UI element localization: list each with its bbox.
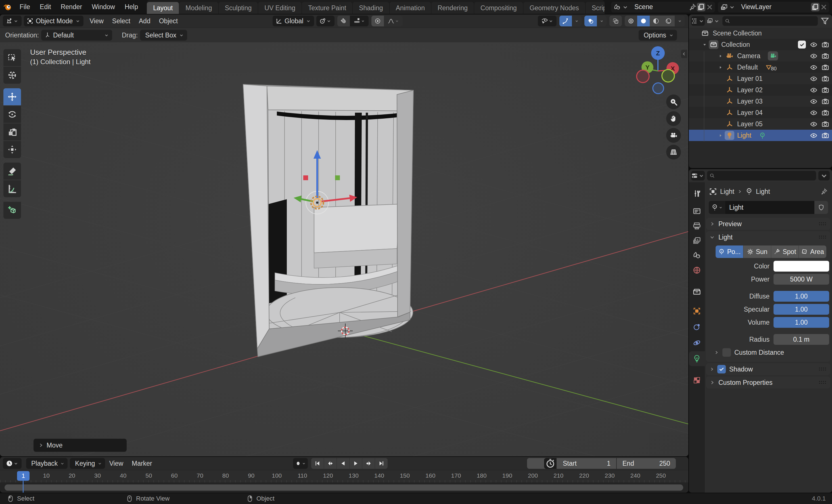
frame-start-field[interactable]: Start 1: [557, 458, 616, 469]
hide-viewport-eye-icon[interactable]: [810, 75, 817, 83]
hide-viewport-eye-icon[interactable]: [810, 41, 817, 49]
color-swatch[interactable]: [774, 261, 829, 272]
shadow-checkbox[interactable]: [717, 365, 726, 373]
diffuse-field[interactable]: 1.00: [774, 291, 829, 302]
proportional-falloff-dropdown[interactable]: [384, 16, 402, 26]
light-type-sun-button[interactable]: Sun: [744, 246, 771, 258]
outliner-row-layer-04[interactable]: Layer 04: [689, 107, 832, 118]
datablock-type-dropdown[interactable]: [709, 201, 725, 214]
tool-measure-button[interactable]: [3, 180, 21, 197]
shading-material-button[interactable]: [650, 16, 662, 26]
tool-scale-button[interactable]: [3, 123, 21, 140]
viewport-menu-object[interactable]: Object: [155, 17, 182, 25]
disable-render-camera-icon[interactable]: [822, 132, 829, 139]
disable-render-camera-icon[interactable]: [822, 75, 829, 83]
properties-search-input[interactable]: [707, 171, 816, 180]
outliner-item-label[interactable]: Layer 03: [737, 97, 763, 105]
tool-rotate-button[interactable]: [3, 106, 21, 123]
workspace-tab-geometry-nodes[interactable]: Geometry Nodes: [523, 2, 586, 14]
workspace-tab-sculpting[interactable]: Sculpting: [219, 2, 258, 14]
outliner-display-mode-icon[interactable]: [706, 16, 720, 26]
outliner-item-label[interactable]: Layer 01: [737, 75, 763, 83]
panel-drag-dots-icon[interactable]: [818, 366, 827, 372]
panel-light-header[interactable]: Light: [706, 231, 830, 243]
panel-shadow[interactable]: Shadow: [706, 363, 830, 375]
properties-tab-output[interactable]: [689, 219, 705, 233]
disclosure-right-icon[interactable]: [716, 65, 725, 69]
next-keyframe-button[interactable]: [362, 458, 375, 469]
scene-icon[interactable]: [611, 3, 631, 11]
outliner-item-label[interactable]: Collection: [721, 41, 750, 49]
disclosure-down-icon[interactable]: [700, 43, 709, 47]
disclosure-right-icon[interactable]: [716, 54, 725, 58]
specular-field[interactable]: 1.00: [774, 304, 829, 315]
workspace-tab-scripting[interactable]: Scripting: [586, 2, 605, 14]
sidebar-collapse-icon[interactable]: [681, 50, 687, 58]
outliner-row-layer-02[interactable]: Layer 02: [689, 84, 832, 95]
fake-user-shield-icon[interactable]: [814, 201, 828, 214]
topbar-menu-file[interactable]: File: [15, 0, 35, 14]
outliner-item-label[interactable]: Light: [737, 132, 751, 139]
operator-panel-move[interactable]: Move: [33, 439, 127, 452]
light-type-po-button[interactable]: Po...: [716, 246, 744, 258]
play-reverse-button[interactable]: [337, 458, 349, 469]
prev-keyframe-button[interactable]: [324, 458, 337, 469]
workspace-tab-rendering[interactable]: Rendering: [431, 2, 474, 14]
disable-render-camera-icon[interactable]: [822, 120, 829, 128]
timeline-menu-playback[interactable]: Playback: [26, 458, 68, 469]
orientation-dropdown[interactable]: Global: [272, 16, 314, 26]
collection-checkbox[interactable]: [798, 40, 806, 49]
light-type-area-button[interactable]: Area: [799, 246, 826, 258]
options-dropdown[interactable]: Options: [639, 30, 677, 40]
tool-annotate-button[interactable]: [3, 163, 21, 179]
panel-drag-dots-icon[interactable]: [818, 234, 827, 240]
scene-name[interactable]: Scene: [631, 3, 656, 11]
disable-render-camera-icon[interactable]: [822, 109, 829, 117]
properties-tab-physics[interactable]: [689, 335, 705, 350]
gizmos-toggle[interactable]: [560, 16, 572, 26]
viewport-canvas[interactable]: Z Y X User Perspective (1) Collection | …: [0, 42, 688, 456]
snap-target-dropdown[interactable]: [350, 16, 369, 26]
topbar-menu-render[interactable]: Render: [56, 0, 87, 14]
tool-transform-button[interactable]: [3, 141, 21, 158]
hide-viewport-eye-icon[interactable]: [810, 52, 817, 60]
outliner-row-collection[interactable]: Collection: [689, 39, 832, 50]
shading-dropdown[interactable]: [675, 16, 685, 26]
panel-drag-dots-icon[interactable]: [818, 380, 827, 385]
workspace-tab-shading[interactable]: Shading: [353, 2, 389, 14]
power-field[interactable]: 5000 W: [774, 274, 829, 285]
workspace-tab-uv-editing[interactable]: UV Editing: [258, 2, 302, 14]
timeline-menu-view[interactable]: View: [105, 460, 128, 467]
tool-select-box-button[interactable]: [3, 49, 21, 66]
panel-drag-dots-icon[interactable]: [818, 221, 827, 227]
ortho-grid-icon[interactable]: [666, 145, 681, 160]
preview-range-stopwatch-icon[interactable]: [544, 458, 556, 469]
hide-viewport-eye-icon[interactable]: [810, 109, 817, 117]
jump-to-start-button[interactable]: [311, 458, 324, 469]
overlays-dropdown[interactable]: [597, 16, 606, 26]
datablock-name-input[interactable]: Light: [725, 201, 814, 214]
disable-render-camera-icon[interactable]: [822, 86, 829, 94]
properties-tab-object[interactable]: [689, 304, 705, 318]
jump-to-end-button[interactable]: [375, 458, 388, 469]
visibility-dropdown[interactable]: [538, 16, 556, 26]
outliner-item-label[interactable]: Scene Collection: [713, 29, 762, 37]
mode-dropdown[interactable]: Object Mode: [24, 16, 83, 26]
outliner-item-label[interactable]: Default: [737, 63, 758, 71]
outliner-row-layer-03[interactable]: Layer 03: [689, 95, 832, 107]
custom-distance-checkbox[interactable]: [722, 348, 731, 357]
hide-viewport-eye-icon[interactable]: [810, 63, 817, 71]
viewport-menu-select[interactable]: Select: [108, 17, 135, 25]
zoom-icon[interactable]: [666, 94, 681, 109]
pan-hand-icon[interactable]: [666, 111, 681, 126]
pivot-dropdown[interactable]: [316, 16, 335, 26]
tool-cursor-button[interactable]: [3, 67, 21, 84]
properties-options-icon[interactable]: [818, 171, 830, 180]
properties-tab-texture[interactable]: [689, 373, 705, 388]
hide-viewport-eye-icon[interactable]: [810, 97, 817, 105]
unlink-scene-icon[interactable]: [705, 3, 714, 11]
custom-distance-row[interactable]: Custom Distance: [706, 346, 830, 359]
volume-field[interactable]: 1.00: [774, 317, 829, 328]
timeline-editor-icon[interactable]: [3, 458, 22, 469]
timeline-menu-marker[interactable]: Marker: [128, 460, 156, 467]
